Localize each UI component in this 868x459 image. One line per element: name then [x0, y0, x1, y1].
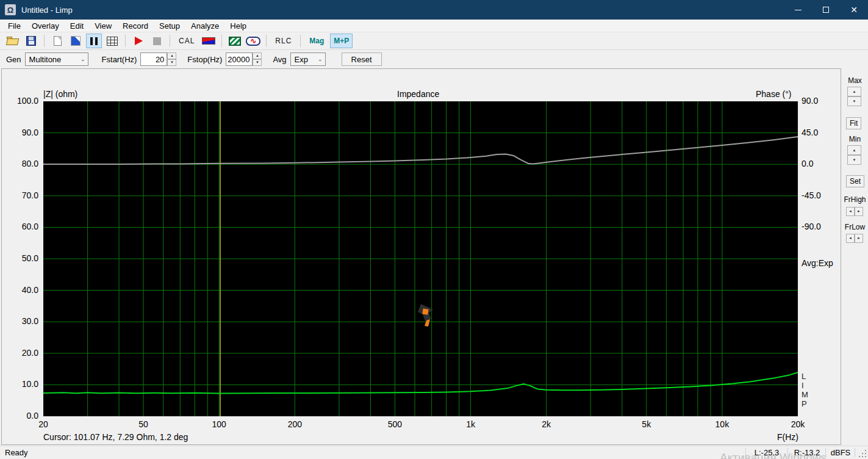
- title-bar: Ω Untitled - Limp ✕: [0, 0, 868, 20]
- status-right-level: R:-13.2: [791, 448, 823, 457]
- left-axis-tick-label: 0.0: [2, 411, 38, 421]
- menu-item-view[interactable]: View: [89, 20, 117, 32]
- spinner-down-icon[interactable]: ▼: [167, 59, 176, 66]
- toolbar-separator: [125, 35, 126, 47]
- fstart-input[interactable]: 20: [140, 52, 167, 66]
- menu-item-analyze[interactable]: Analyze: [185, 20, 224, 32]
- spinner-down-icon[interactable]: ▼: [253, 59, 262, 66]
- fstart-spinner[interactable]: ▲▼: [167, 52, 176, 66]
- rlc-label: RLC: [275, 37, 292, 45]
- open-button[interactable]: [5, 34, 21, 48]
- spinner-up-icon[interactable]: ▲: [847, 145, 861, 155]
- minimize-button[interactable]: [784, 0, 812, 20]
- color-setup-icon: [71, 36, 81, 46]
- stop-button[interactable]: [149, 34, 165, 48]
- mouse-cursor-icon: [417, 304, 436, 327]
- app-icon: Ω: [5, 4, 16, 15]
- magnitude-phase-view-button[interactable]: M+P: [330, 34, 353, 48]
- right-axis-tick-label: 45.0: [802, 128, 818, 137]
- menu-item-edit[interactable]: Edit: [65, 20, 89, 32]
- avg-select[interactable]: Exp ⌄: [290, 52, 326, 66]
- menu-item-overlay[interactable]: Overlay: [26, 20, 65, 32]
- pause-icon: [90, 37, 98, 45]
- mag-label: Mag: [309, 37, 324, 45]
- pause-button[interactable]: [86, 34, 102, 48]
- signal-button[interactable]: ∿: [245, 34, 261, 48]
- spinner-up-icon[interactable]: ▲: [253, 52, 262, 59]
- spinner-up-icon[interactable]: ▲: [847, 87, 861, 96]
- main-toolbar: CAL ∿ RLC Mag M+P: [0, 32, 868, 50]
- x-axis-tick-label: 5k: [642, 419, 651, 429]
- open-folder-icon: [7, 37, 19, 45]
- chevron-down-icon: ⌄: [81, 56, 85, 62]
- x-axis-title: F(Hz): [756, 432, 798, 442]
- generator-select[interactable]: Multitone ⌄: [25, 52, 88, 66]
- max-spinner[interactable]: ▲▼: [847, 87, 861, 106]
- spinner-left-icon[interactable]: ◄: [846, 234, 855, 243]
- flag-button[interactable]: [201, 34, 217, 48]
- table-button[interactable]: [104, 34, 120, 48]
- frlow-spinner[interactable]: ◄►: [846, 234, 863, 243]
- left-axis-tick-label: 50.0: [2, 253, 38, 263]
- save-floppy-icon: [26, 36, 36, 46]
- left-axis-tick-label: 80.0: [2, 159, 38, 168]
- toolbar-separator: [266, 35, 267, 47]
- impedance-phase-plot: [43, 101, 798, 416]
- calibrate-label: CAL: [179, 37, 195, 45]
- fstart-label: Fstart(Hz): [102, 55, 137, 64]
- flag-icon: [202, 37, 215, 45]
- spinner-right-icon[interactable]: ►: [855, 234, 863, 243]
- gen-label: Gen: [6, 55, 21, 64]
- fstop-input[interactable]: 20000: [226, 52, 253, 66]
- fit-button[interactable]: Fit: [846, 117, 861, 129]
- right-axis-tick-label: -45.0: [802, 190, 821, 200]
- resize-grip[interactable]: [858, 449, 867, 458]
- avg-label: Avg: [273, 55, 286, 64]
- left-axis-tick-label: 10.0: [2, 379, 38, 389]
- limp-letter: P: [802, 399, 808, 408]
- frhigh-spinner[interactable]: ◄►: [846, 207, 863, 216]
- copy-page-icon: [54, 36, 62, 46]
- left-axis-tick-label: 100.0: [2, 96, 38, 106]
- left-axis-tick-label: 40.0: [2, 285, 38, 295]
- x-axis-tick-label: 2k: [542, 419, 551, 429]
- left-axis-tick-label: 60.0: [2, 222, 38, 231]
- frlow-label: FrLow: [842, 223, 868, 231]
- fstop-label: Fstop(Hz): [187, 55, 222, 64]
- menu-item-record[interactable]: Record: [117, 20, 154, 32]
- min-spinner[interactable]: ▲▼: [847, 145, 861, 165]
- spinner-down-icon[interactable]: ▼: [847, 155, 861, 165]
- spinner-left-icon[interactable]: ◄: [846, 207, 855, 216]
- record-play-icon: [135, 37, 143, 45]
- copy-button[interactable]: [49, 34, 65, 48]
- record-button[interactable]: [131, 34, 146, 48]
- save-button[interactable]: [23, 34, 39, 48]
- set-button[interactable]: Set: [846, 175, 864, 187]
- generator-button[interactable]: [227, 34, 243, 48]
- spinner-down-icon[interactable]: ▼: [847, 96, 861, 106]
- menu-bar: FileOverlayEditViewRecordSetupAnalyzeHel…: [0, 20, 868, 32]
- toolbar-separator: [221, 35, 222, 47]
- x-axis-tick-label: 20k: [791, 419, 805, 429]
- fstop-spinner[interactable]: ▲▼: [253, 52, 262, 66]
- menu-item-setup[interactable]: Setup: [154, 20, 185, 32]
- magnitude-view-button[interactable]: Mag: [306, 34, 328, 48]
- colors-button[interactable]: [68, 34, 84, 48]
- menu-item-help[interactable]: Help: [224, 20, 252, 32]
- scale-control-panel: Max ▲▼ Fit Min ▲▼ Set FrHigh ◄► FrLow ◄►: [842, 68, 868, 445]
- menu-item-file[interactable]: File: [2, 20, 26, 32]
- rlc-button[interactable]: RLC: [271, 34, 295, 48]
- spinner-right-icon[interactable]: ►: [855, 207, 863, 216]
- reset-button[interactable]: Reset: [342, 52, 382, 66]
- plot-area[interactable]: [43, 101, 798, 416]
- status-units: dBFS: [827, 448, 854, 457]
- window-controls: ✕: [784, 0, 868, 20]
- spinner-up-icon[interactable]: ▲: [167, 52, 176, 59]
- minimize-icon: [795, 10, 802, 10]
- maximize-icon: [823, 7, 829, 13]
- chevron-down-icon: ⌄: [318, 56, 323, 62]
- close-button[interactable]: ✕: [840, 0, 868, 20]
- toolbar-separator: [170, 35, 170, 47]
- maximize-button[interactable]: [812, 0, 840, 20]
- calibrate-button[interactable]: CAL: [175, 34, 198, 48]
